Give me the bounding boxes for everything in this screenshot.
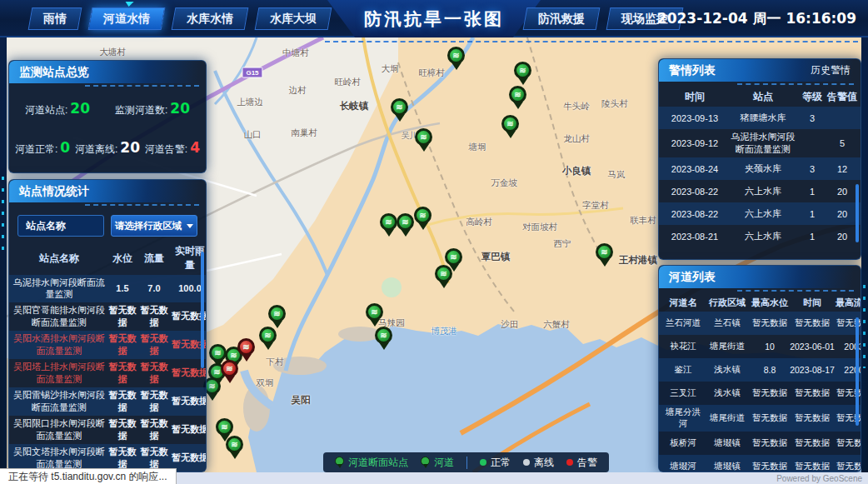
alarm-station-pin[interactable]: ≋ — [221, 360, 239, 388]
wave-icon: ≋ — [445, 248, 462, 266]
station-value-cell: 暂无数据 — [107, 446, 137, 471]
map-label: 西宁 — [554, 238, 571, 250]
scrollbar-thumb[interactable] — [856, 317, 859, 426]
station-row[interactable]: 吴阳雷锡沙排水闸河段断面流量监测暂无数据暂无数据暂无数据 — [9, 387, 206, 416]
station-row[interactable]: 吴阳水洒排水闸河段断面流量监测暂无数据暂无数据暂无数据 — [9, 331, 206, 359]
alarm-row[interactable]: 2023-08-21六上水库120 — [659, 225, 861, 247]
scrollbar-thumb[interactable] — [201, 252, 204, 368]
title-area: 防汛抗旱一张图 — [327, 0, 541, 37]
scrollbar-thumb[interactable] — [856, 184, 859, 242]
river-station-pin[interactable]: ≋ — [509, 86, 527, 114]
tab-label: 水库水情 — [187, 12, 233, 27]
map-label: 马岚 — [608, 169, 626, 181]
cell: 3 — [799, 164, 826, 174]
tab-label: 防汛救援 — [538, 12, 585, 27]
tab-rain[interactable]: 雨情 — [28, 7, 82, 30]
wave-icon: ≋ — [501, 115, 519, 132]
river-row[interactable]: 塘尾分洪河塘尾街道暂无数据暂无数据暂无数据 — [659, 405, 861, 432]
station-row[interactable]: 吴阳官哥能排水闸河段断面流量监测暂无数据暂无数据暂无数据 — [9, 302, 206, 331]
column-header: 流量 — [139, 252, 169, 266]
station-row[interactable]: 吴阳塔上排水闸河段断面流量监测暂无数据暂无数据暂无数据 — [9, 359, 206, 387]
alarm-row[interactable]: 2023-08-22六上水库120 — [659, 202, 861, 225]
stat-river-offline: 河道离线:20 — [75, 139, 140, 157]
station-pin-icon — [335, 457, 344, 468]
river-row[interactable]: 鉴江浅水镇8.82023-08-172200 — [659, 358, 861, 382]
tab-reservoir-water[interactable]: 水库水情 — [172, 7, 249, 30]
river-station-pin[interactable]: ≋ — [596, 243, 614, 272]
column-header: 最高流量 — [836, 297, 861, 309]
station-value-cell: 暂无数据 — [107, 361, 137, 386]
river-station-pin[interactable]: ≋ — [380, 213, 398, 242]
tab-reservoir-dam[interactable]: 水库大坝 — [255, 7, 332, 30]
river-station-pin[interactable]: ≋ — [415, 128, 433, 157]
station-value-cell: 暂无数据 — [171, 452, 207, 464]
stat-label: 监测河道数: — [115, 104, 167, 116]
column-header: 时间 — [662, 90, 727, 104]
tab-river-water[interactable]: 河道水情 — [88, 7, 166, 30]
wave-icon: ≋ — [447, 47, 465, 64]
alarm-row[interactable]: 2023-09-12乌泥排水闸河段断面流量监测5 — [659, 129, 861, 157]
river-station-pin[interactable]: ≋ — [447, 47, 466, 75]
legend-label: 正常 — [491, 456, 511, 470]
station-table-body: 乌泥排水闸河段断面流量监测1.57.0100.0吴阳官哥能排水闸河段断面流量监测… — [9, 275, 206, 472]
river-station-pin[interactable]: ≋ — [501, 115, 520, 143]
right-edge-dots — [863, 285, 866, 368]
wave-icon: ≋ — [415, 128, 432, 146]
station-name-input[interactable] — [17, 215, 104, 237]
stat-label: 河道站点: — [25, 104, 67, 116]
station-filter-controls: 请选择行政区域 — [9, 208, 206, 242]
river-station-pin[interactable]: ≋ — [259, 327, 277, 355]
river-station-pin[interactable]: ≋ — [414, 207, 432, 235]
station-name-cell: 吴阳文塔排水闸河段断面流量监测 — [12, 446, 106, 470]
legend-label: 河道 — [434, 456, 454, 470]
stats-row-1: 河道站点:20监测河道数:20 — [9, 89, 206, 128]
map-label: 博茂港 — [431, 326, 457, 337]
tab-flood-rescue[interactable]: 防汛救援 — [523, 7, 601, 30]
cell: 板桥河 — [662, 437, 704, 449]
river-row[interactable]: 三叉江浅水镇暂无数据暂无数据暂无数据 — [659, 382, 861, 405]
station-row[interactable]: 吴阳限口排水闸河段断面流量监测暂无数据暂无数据暂无数据 — [9, 416, 206, 444]
history-alarms-link[interactable]: 历史警情 — [811, 63, 851, 77]
river-station-pin[interactable]: ≋ — [435, 265, 453, 293]
river-station-pin[interactable]: ≋ — [397, 213, 415, 242]
river-row[interactable]: 塘㙍河塘㙍镇暂无数据暂无数据暂无数据 — [659, 455, 861, 472]
cell: 2023-09-13 — [662, 113, 727, 123]
wave-icon: ≋ — [259, 327, 277, 344]
page-title: 防汛抗旱一张图 — [364, 7, 504, 31]
wave-icon: ≋ — [366, 303, 383, 321]
legend-divider — [466, 457, 467, 469]
station-row[interactable]: 乌泥排水闸河段断面流量监测1.57.0100.0 — [9, 275, 206, 302]
legend-item-alarm: 告警 — [566, 456, 597, 470]
tab-label: 雨情 — [43, 12, 67, 27]
river-station-pin[interactable]: ≋ — [375, 327, 393, 355]
alarm-row[interactable]: 2023-08-24夹颈水库312 — [659, 157, 861, 180]
cell: 猪腰塘水库 — [727, 112, 799, 124]
alarm-row[interactable]: 2023-09-13猪腰塘水库3 — [659, 107, 861, 129]
alarm-station-pin[interactable]: ≋ — [237, 338, 256, 367]
region-select-dropdown[interactable]: 请选择行政区域 — [111, 215, 197, 237]
normal-dot-icon — [480, 459, 486, 466]
cell: 塘尾分洪河 — [662, 407, 704, 430]
station-name-cell: 吴阳官哥能排水闸河段断面流量监测 — [12, 304, 106, 328]
header-dashed-line — [9, 202, 206, 208]
river-row[interactable]: 兰石河道兰石镇暂无数据暂无数据暂无数据 — [659, 312, 861, 335]
column-header: 告警值 — [826, 90, 859, 104]
river-row[interactable]: 袂花江塘尾街道102023-06-012003 — [659, 335, 861, 358]
map-label: 旺樟村 — [418, 67, 445, 79]
map-label: 字堂村 — [582, 200, 609, 212]
map-label: 万金坡 — [491, 177, 517, 189]
column-header: 河道名 — [662, 297, 704, 309]
map-label: 大垌 — [382, 63, 399, 75]
left-edge-dots — [2, 177, 4, 253]
stat-river-normal: 河道正常:0 — [15, 139, 70, 157]
cell: 暂无数据 — [789, 461, 836, 472]
cell: 2023-08-22 — [662, 187, 727, 197]
stat-label: 河道正常: — [15, 143, 57, 155]
panel-title: 监测站点总览 — [19, 65, 89, 80]
station-value-cell: 暂无数据 — [139, 417, 169, 442]
river-station-pin[interactable]: ≋ — [391, 98, 409, 127]
river-station-pin[interactable]: ≋ — [226, 436, 244, 464]
station-name-cell: 吴阳雷锡沙排水闸河段断面流量监测 — [12, 389, 106, 413]
alarm-row[interactable]: 2023-08-22六上水库120 — [659, 180, 861, 202]
river-row[interactable]: 板桥河塘㙍镇暂无数据暂无数据暂无数据 — [659, 432, 861, 455]
